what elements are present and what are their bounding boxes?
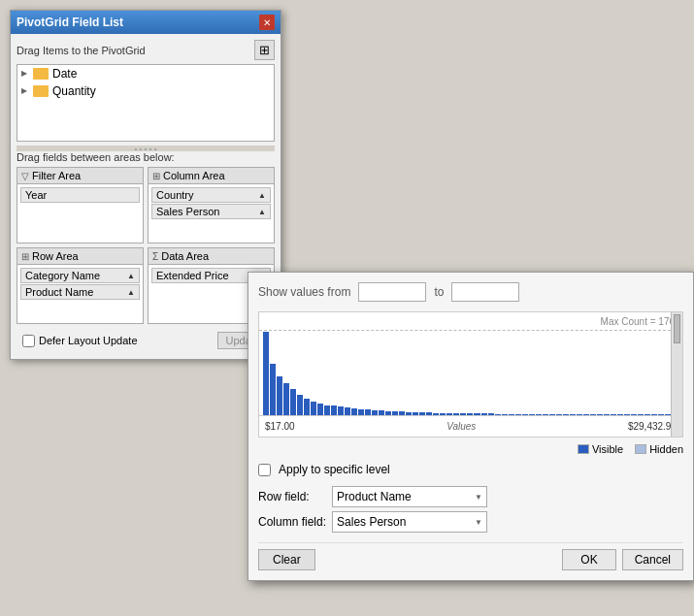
clear-button-label: Clear <box>273 553 301 567</box>
column-item-salesperson-sort: ▲ <box>258 208 266 216</box>
legend-visible-swatch <box>578 444 589 454</box>
column-area-box: ⊞ Column Area Country ▲ Sales Person ▲ <box>148 167 275 243</box>
chart-max-label: Max Count = 176 <box>601 316 675 327</box>
chart-bar <box>297 395 303 415</box>
defer-layout-text: Defer Layout Update <box>39 335 138 346</box>
legend-hidden: Hidden <box>635 443 683 455</box>
legend-visible: Visible <box>578 443 623 455</box>
column-item-country-label: Country <box>156 189 194 201</box>
data-item-extended-price-label: Extended Price <box>156 270 229 281</box>
expand-arrow-date: ▶ <box>21 69 31 79</box>
cancel-button-label: Cancel <box>635 553 671 567</box>
chart-x-center: Values <box>446 421 476 432</box>
row-field-dd-arrow: ▼ <box>475 493 482 502</box>
filter-area-box: ▽ Filter Area Year <box>17 167 144 243</box>
folder-icon-quantity <box>33 85 49 97</box>
legend-hidden-swatch <box>635 444 646 454</box>
row-field-label: Row field: <box>258 490 326 503</box>
apply-specific-label: Apply to specific level <box>279 463 390 476</box>
field-dropdowns: Row field: Product Name ▼ Column field: … <box>258 486 683 533</box>
to-label: to <box>434 285 444 299</box>
legend-visible-label: Visible <box>592 443 623 455</box>
filter-body: Show values from to Max Count = 176 $17.… <box>248 273 693 580</box>
chart-x-axis: $17.00 Values $29,432.95 <box>259 415 682 437</box>
chart-bar <box>304 399 310 415</box>
chart-x-max: $29,432.95 <box>628 421 677 432</box>
defer-layout-label[interactable]: Defer Layout Update <box>22 335 138 347</box>
pivot-close-button[interactable]: ✕ <box>259 15 275 30</box>
field-item-date[interactable]: ▶ Date <box>17 65 274 82</box>
filter-item-year-label: Year <box>25 189 47 201</box>
field-label-quantity: Quantity <box>52 84 96 98</box>
chart-bar <box>345 407 350 415</box>
chart-dashed-line <box>259 330 671 331</box>
row-area-items[interactable]: Category Name ▲ Product Name ▲ <box>17 265 143 323</box>
row-item-product-label: Product Name <box>25 286 93 298</box>
chart-x-min: $17.00 <box>265 421 295 432</box>
apply-specific-checkbox[interactable] <box>258 464 271 476</box>
drag-hint-text: Drag Items to the PivotGrid <box>17 45 146 56</box>
chart-bar <box>317 404 323 415</box>
chart-bar <box>277 376 282 415</box>
legend-row: Visible Hidden <box>258 443 683 455</box>
column-field-label: Column field: <box>258 515 326 529</box>
show-values-row: Show values from to <box>258 282 683 302</box>
specific-level-row: Apply to specific level <box>258 463 683 476</box>
ok-button-label: OK <box>580 553 597 567</box>
cancel-button[interactable]: Cancel <box>622 549 683 570</box>
column-field-dd-arrow: ▼ <box>475 518 482 527</box>
scrollbar-thumb[interactable] <box>674 314 680 343</box>
bottom-bar: Defer Layout Update Upda... <box>17 328 275 353</box>
row-item-product-sort: ▲ <box>127 288 135 297</box>
column-area-items[interactable]: Country ▲ Sales Person ▲ <box>149 184 274 243</box>
defer-layout-checkbox[interactable] <box>22 335 35 347</box>
chart-area: Max Count = 176 $17.00 Values $29,432.95 <box>258 311 683 438</box>
column-field-value: Sales Person <box>337 515 406 529</box>
chart-bars-container <box>263 332 671 415</box>
ok-cancel-group: OK Cancel <box>562 549 683 570</box>
data-area-icon: Σ <box>152 251 158 262</box>
column-item-salesperson[interactable]: Sales Person ▲ <box>151 204 271 219</box>
filter-area-items[interactable]: Year <box>17 184 143 243</box>
layout-toggle-button[interactable]: ⊞ <box>254 40 275 60</box>
folder-icon-date <box>33 68 49 80</box>
chart-scrollbar[interactable] <box>671 312 682 437</box>
column-field-dropdown[interactable]: Sales Person ▼ <box>332 511 487 533</box>
field-item-quantity[interactable]: ▶ Quantity <box>17 82 274 100</box>
row-item-category-label: Category Name <box>25 270 100 281</box>
data-area-label: Data Area <box>161 250 209 262</box>
filter-area-icon: ▽ <box>21 171 29 181</box>
field-label-date: Date <box>52 67 77 81</box>
from-value-input[interactable] <box>358 282 426 302</box>
column-item-salesperson-label: Sales Person <box>156 206 219 217</box>
areas-grid: ▽ Filter Area Year ⊞ Column Area <box>17 167 275 324</box>
desktop: PivotGrid Field List ✕ Drag Items to the… <box>0 0 694 616</box>
chart-bar <box>351 408 357 415</box>
drag-between-label: Drag fields between areas below: <box>17 151 275 163</box>
field-list-area[interactable]: ▶ Date ▶ Quantity <box>17 64 275 142</box>
row-item-product[interactable]: Product Name ▲ <box>20 284 140 300</box>
pivot-window-title: PivotGrid Field List <box>17 16 123 29</box>
row-field-value: Product Name <box>337 490 412 503</box>
column-area-icon: ⊞ <box>152 171 160 181</box>
to-value-input[interactable] <box>451 282 519 302</box>
chart-bar <box>331 405 337 415</box>
filter-area-header: ▽ Filter Area <box>17 168 143 184</box>
data-area-header: Σ Data Area <box>149 248 274 265</box>
filter-footer: Clear OK Cancel <box>258 542 683 570</box>
chart-bar <box>270 364 276 415</box>
column-item-country[interactable]: Country ▲ <box>151 187 271 203</box>
chart-bar <box>311 402 316 415</box>
chart-bar <box>324 405 330 416</box>
ok-button[interactable]: OK <box>562 549 615 570</box>
row-area-box: ⊞ Row Area Category Name ▲ Product Name … <box>17 247 144 324</box>
column-item-country-sort: ▲ <box>258 191 266 200</box>
filter-area-label: Filter Area <box>32 170 81 181</box>
chart-bar <box>283 383 289 415</box>
pivot-field-list-window: PivotGrid Field List ✕ Drag Items to the… <box>10 10 281 360</box>
row-field-dropdown[interactable]: Product Name ▼ <box>332 486 487 507</box>
column-area-header: ⊞ Column Area <box>149 168 274 184</box>
filter-item-year[interactable]: Year <box>20 187 140 203</box>
row-item-category[interactable]: Category Name ▲ <box>20 268 140 283</box>
clear-button[interactable]: Clear <box>258 549 315 570</box>
